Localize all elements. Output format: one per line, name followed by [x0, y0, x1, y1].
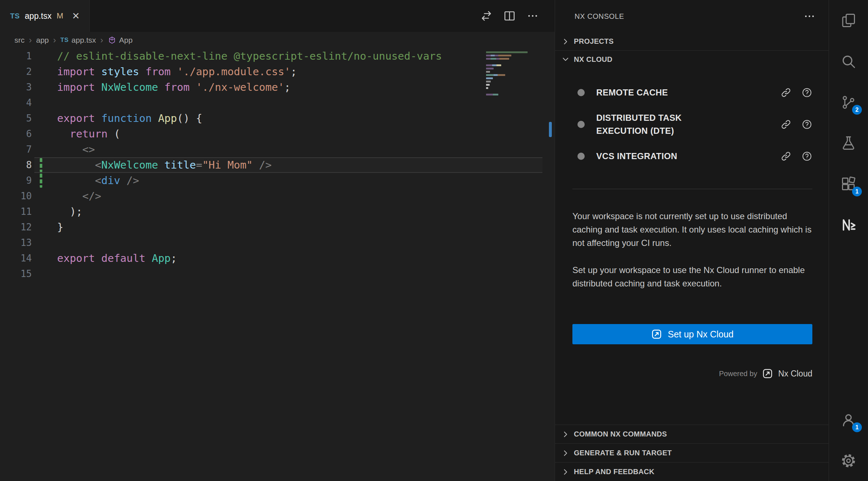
gutter [32, 64, 57, 80]
cloud-item-label: DISTRIBUTED TASK EXECUTION (DTE) [596, 111, 712, 137]
line-number: 8 [0, 157, 32, 173]
code-line[interactable]: 3import NxWelcome from './nx-welcome'; [0, 80, 555, 95]
status-dot-icon [577, 121, 585, 128]
gutter [32, 251, 57, 266]
status-dot-icon [577, 89, 585, 96]
powered-by: Powered by Nx Cloud [572, 368, 812, 379]
code-line[interactable]: 1// eslint-disable-next-line @typescript… [0, 48, 555, 64]
source-control-badge: 2 [852, 105, 862, 115]
split-editor-icon[interactable] [503, 10, 516, 22]
connect-link-icon[interactable] [781, 87, 791, 98]
help-question-icon[interactable] [802, 151, 812, 162]
nx-cloud-body: REMOTE CACHE DISTRIBUTED TASK EXECUTION … [555, 68, 829, 425]
line-number: 1 [0, 48, 32, 64]
modified-badge: M [57, 11, 63, 21]
breadcrumb: src › app › TS app.tsx › App [0, 32, 555, 48]
line-number: 14 [0, 251, 32, 266]
code-line[interactable]: 9 <div /> [0, 173, 555, 188]
tab-bar: TS app.tsx M ✕ [0, 0, 555, 32]
code-line[interactable]: 6 return ( [0, 126, 555, 142]
status-dot-icon [577, 153, 585, 160]
code-lines: 1// eslint-disable-next-line @typescript… [0, 48, 555, 282]
bottom-sections: COMMON NX COMMANDS GENERATE & RUN TARGET… [555, 425, 829, 481]
breadcrumb-app[interactable]: app [36, 36, 49, 44]
code-line[interactable]: 8 <NxWelcome title="Hi Mom" /> [0, 157, 555, 173]
breadcrumb-src[interactable]: src [14, 36, 25, 44]
connect-link-icon[interactable] [781, 119, 791, 130]
test-beaker-icon[interactable] [829, 123, 868, 163]
setup-button-label: Set up Nx Cloud [668, 329, 734, 340]
breadcrumb-separator: › [29, 35, 32, 45]
editor-actions [480, 0, 555, 32]
workspace-status-text: Your workspace is not currently set up t… [572, 209, 812, 250]
nx-cloud-logo-icon [651, 329, 662, 340]
symbol-cube-icon [108, 36, 116, 44]
gutter [32, 48, 57, 64]
chevron-down-icon [561, 55, 570, 64]
settings-gear-icon[interactable] [829, 440, 868, 481]
vscode-window: TS app.tsx M ✕ src › app › [0, 0, 868, 481]
panel-title: NX CONSOLE [575, 12, 624, 21]
extensions-badge: 1 [852, 187, 862, 196]
code-line[interactable]: 7 <> [0, 142, 555, 157]
cloud-item[interactable]: REMOTE CACHE [572, 77, 812, 108]
powered-by-label: Powered by [719, 370, 757, 378]
connect-link-icon[interactable] [781, 151, 791, 162]
section-projects[interactable]: PROJECTS [555, 33, 829, 50]
typescript-file-icon: TS [10, 12, 20, 20]
explorer-icon[interactable] [829, 0, 868, 41]
cloud-item[interactable]: VCS INTEGRATION [572, 140, 812, 172]
extensions-icon[interactable]: 1 [829, 163, 868, 204]
code-line[interactable]: 13 [0, 235, 555, 251]
line-number: 2 [0, 64, 32, 80]
code-line[interactable]: 2import styles from './app.module.css'; [0, 64, 555, 80]
code-line[interactable]: 14export default App; [0, 251, 555, 266]
more-actions-icon[interactable] [527, 10, 539, 22]
breadcrumb-file[interactable]: app.tsx [72, 36, 96, 44]
code-editor[interactable]: 1// eslint-disable-next-line @typescript… [0, 48, 555, 481]
account-icon[interactable]: 1 [829, 399, 868, 440]
search-icon[interactable] [829, 41, 868, 82]
source-control-icon[interactable]: 2 [829, 82, 868, 123]
section-generate-run-target[interactable]: GENERATE & RUN TARGET [555, 443, 829, 462]
help-question-icon[interactable] [802, 87, 812, 98]
tab-label: app.tsx [25, 11, 52, 21]
setup-nx-cloud-button[interactable]: Set up Nx Cloud [572, 324, 812, 344]
section-help-and-feedback[interactable]: HELP AND FEEDBACK [555, 462, 829, 481]
gutter [32, 80, 57, 95]
nx-console-icon[interactable] [829, 204, 868, 245]
breadcrumb-separator: › [53, 35, 56, 45]
section-projects-label: PROJECTS [574, 37, 614, 46]
gutter [32, 266, 57, 282]
section-nx-cloud[interactable]: NX CLOUD [555, 50, 829, 68]
breadcrumb-symbol[interactable]: App [119, 36, 133, 44]
line-number: 6 [0, 126, 32, 142]
code-line[interactable]: 15 [0, 266, 555, 282]
minimap[interactable] [486, 50, 544, 97]
code-line[interactable]: 10 </> [0, 188, 555, 204]
chevron-right-icon [561, 448, 570, 458]
gutter [32, 204, 57, 220]
section-help-and-feedback-label: HELP AND FEEDBACK [574, 468, 654, 476]
panel-more-actions-icon[interactable] [803, 10, 816, 22]
gutter [32, 235, 57, 251]
gutter [32, 111, 57, 126]
code-line[interactable]: 5export function App() { [0, 111, 555, 126]
cloud-item[interactable]: DISTRIBUTED TASK EXECUTION (DTE) [572, 108, 812, 140]
line-number: 15 [0, 266, 32, 282]
gutter [32, 220, 57, 235]
code-line[interactable]: 12} [0, 220, 555, 235]
line-number: 7 [0, 142, 32, 157]
section-common-nx-commands[interactable]: COMMON NX COMMANDS [555, 425, 829, 443]
code-line[interactable]: 11 ); [0, 204, 555, 220]
divider [572, 189, 812, 189]
chevron-right-icon [561, 37, 570, 46]
code-line[interactable]: 4 [0, 95, 555, 111]
cloud-item-label: REMOTE CACHE [596, 86, 668, 99]
tab-app-tsx[interactable]: TS app.tsx M ✕ [0, 0, 90, 32]
gutter [32, 188, 57, 204]
help-question-icon[interactable] [802, 119, 812, 130]
line-number: 4 [0, 95, 32, 111]
close-icon[interactable]: ✕ [72, 11, 80, 21]
open-changes-icon[interactable] [480, 10, 493, 22]
